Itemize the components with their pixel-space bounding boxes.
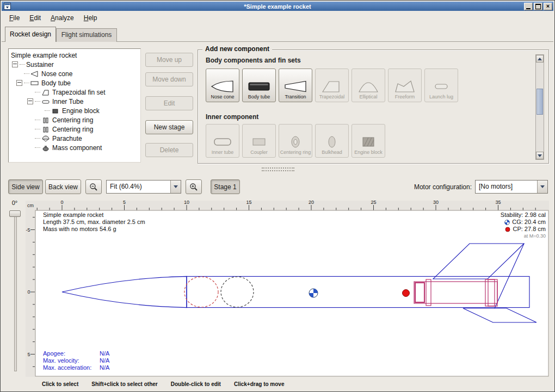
- add-engine-block-button: Engine block: [351, 124, 385, 158]
- svg-text:10: 10: [184, 200, 189, 205]
- tree-item-centering-ring[interactable]: Centering ring: [9, 125, 140, 134]
- rotation-slider-handle[interactable]: [9, 210, 21, 217]
- simulation-summary: Apogee:N/A Max. velocity:N/A Max. accele…: [43, 350, 109, 371]
- zoom-in-button[interactable]: [186, 179, 202, 194]
- tree-item-rocket[interactable]: Simple example rocket: [9, 51, 140, 60]
- body-tube-icon: [247, 79, 271, 94]
- drawing-area[interactable]: [35, 210, 548, 376]
- scrollbar-thumb[interactable]: [536, 89, 543, 115]
- cp-marker: [403, 290, 410, 297]
- menu-help[interactable]: Help: [79, 13, 102, 23]
- move-up-button: Move up: [145, 53, 193, 67]
- minimize-button[interactable]: [524, 3, 533, 10]
- max-velocity-value: N/A: [100, 357, 109, 364]
- cp-value: CP: 27.8 cm: [513, 226, 546, 233]
- tree-item-body-tube[interactable]: Body tube: [9, 78, 140, 88]
- nose-cone-icon: [211, 79, 235, 94]
- rocket-info: Simple example rocket Length 37.5 cm, ma…: [43, 211, 145, 233]
- cp-legend-icon: [505, 227, 510, 232]
- add-elliptical-fin-button: Elliptical: [351, 69, 385, 102]
- add-bulkhead-button: Bulkhead: [315, 124, 349, 158]
- tab-flight-simulations[interactable]: Flight simulations: [56, 28, 117, 42]
- motor-configuration-select[interactable]: [No motors]: [475, 180, 548, 194]
- tree-collapse-icon[interactable]: [16, 80, 22, 86]
- back-view-button[interactable]: Back view: [45, 179, 81, 194]
- component-panel-scrollbar[interactable]: [535, 54, 544, 160]
- tree-item-engine-block[interactable]: Engine block: [9, 106, 140, 115]
- menu-edit[interactable]: Edit: [25, 13, 45, 23]
- edit-button: Edit: [145, 96, 193, 110]
- menu-analyze[interactable]: Analyze: [46, 13, 78, 23]
- trapezoidal-fin-icon: [320, 79, 344, 94]
- svg-text:25: 25: [371, 200, 376, 205]
- move-down-button: Move down: [145, 72, 193, 86]
- horizontal-ruler: [35, 201, 549, 210]
- apogee-value: N/A: [100, 350, 109, 357]
- centering-ring-icon: [41, 126, 50, 133]
- body-tube-icon: [30, 80, 39, 86]
- centering-ring-icon: [41, 117, 50, 123]
- inner-component-label: Inner component: [206, 113, 258, 121]
- rotation-slider-track[interactable]: [14, 213, 17, 371]
- zoom-out-button[interactable]: [85, 179, 102, 194]
- status-bar: Click to select Shift+click to select ot…: [2, 378, 553, 390]
- svg-text:-5: -5: [26, 227, 30, 233]
- coupler-icon: [247, 134, 271, 150]
- add-transition-button[interactable]: Transition: [279, 69, 312, 102]
- chevron-down-icon: [537, 181, 547, 193]
- scroll-down-button[interactable]: [536, 152, 544, 159]
- menu-bar: File Edit Analyze Help: [2, 11, 553, 25]
- body-component-buttons: Nose cone Body tube Transition Trapezoid…: [206, 69, 458, 102]
- tab-rocket-design[interactable]: Rocket design: [5, 27, 56, 42]
- application-window: *Simple example rocket File Edit Analyze…: [0, 0, 555, 392]
- side-view-button[interactable]: Side view: [8, 179, 43, 194]
- inner-tube-icon: [211, 134, 235, 150]
- tree-collapse-icon[interactable]: [27, 98, 33, 104]
- splitter-handle[interactable]: [262, 167, 294, 171]
- tree-item-mass-component[interactable]: Mass component: [9, 143, 140, 152]
- maximize-icon: [535, 4, 541, 9]
- maximize-button[interactable]: [534, 3, 542, 10]
- tree-item-sustainer[interactable]: Sustainer: [9, 60, 140, 69]
- stage-1-button[interactable]: Stage 1: [211, 179, 240, 194]
- add-coupler-button: Coupler: [242, 124, 276, 158]
- minimize-icon: [526, 4, 531, 9]
- zoom-in-icon: [189, 183, 198, 191]
- cg-legend-icon: [504, 220, 510, 225]
- zoom-level-select[interactable]: Fit (60.4%): [106, 180, 181, 194]
- close-button[interactable]: [544, 3, 552, 10]
- svg-text:15: 15: [246, 200, 251, 205]
- fin-set-icon: [41, 89, 50, 96]
- title-bar: *Simple example rocket: [2, 2, 553, 11]
- freeform-fin-icon: [393, 79, 417, 94]
- tree-item-centering-ring[interactable]: Centering ring: [9, 115, 140, 125]
- scroll-up-button[interactable]: [536, 55, 544, 63]
- add-body-tube-button[interactable]: Body tube: [242, 69, 276, 102]
- inner-component-buttons: Inner tube Coupler Centering ring Bulkhe…: [206, 124, 385, 158]
- new-stage-button[interactable]: New stage: [145, 120, 193, 134]
- close-icon: [546, 3, 550, 9]
- centering-ring-icon: [283, 134, 307, 150]
- add-inner-tube-button: Inner tube: [206, 124, 239, 158]
- svg-text:35: 35: [495, 200, 501, 205]
- tree-item-nose-cone[interactable]: Nose cone: [9, 69, 140, 78]
- svg-text:5: 5: [27, 352, 30, 357]
- tree-collapse-icon[interactable]: [12, 61, 18, 67]
- window-title: *Simple example rocket: [2, 3, 553, 10]
- tree-item-parachute[interactable]: Parachute: [9, 134, 140, 143]
- add-nose-cone-button[interactable]: Nose cone: [206, 69, 239, 102]
- menu-file[interactable]: File: [5, 13, 24, 23]
- mass-component-icon: [41, 145, 50, 151]
- tree-item-inner-tube[interactable]: Inner Tube: [9, 97, 140, 106]
- svg-text:30: 30: [433, 200, 439, 205]
- mach-note: at M=0.30: [501, 233, 546, 240]
- app-icon[interactable]: [4, 3, 11, 10]
- add-freeform-fin-button: Freeform: [388, 69, 422, 102]
- chevron-down-icon: [170, 181, 181, 193]
- nose-cone-icon: [30, 71, 39, 77]
- launch-lug-icon: [429, 79, 453, 94]
- rocket-view: 0° cm 05101520253035-505: [4, 197, 549, 377]
- tree-item-fin-set[interactable]: Trapezoidal fin set: [9, 88, 140, 97]
- delete-button: Delete: [145, 143, 193, 157]
- engine-block-icon: [356, 134, 380, 150]
